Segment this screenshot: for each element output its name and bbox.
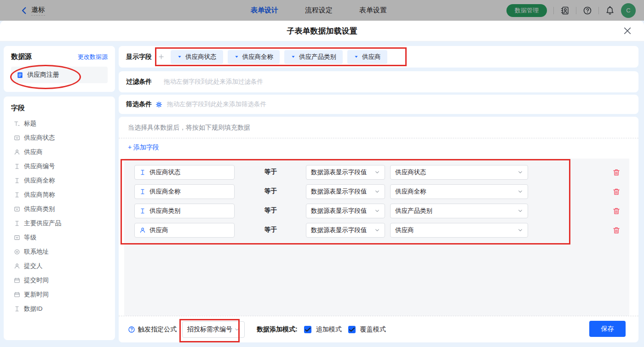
help-icon[interactable] [128,326,135,333]
change-datasource-link[interactable]: 更改数据源 [78,53,108,61]
field-item-supplier-category[interactable]: 供应商类别 [11,202,108,216]
back-button[interactable]: 邀标 [20,6,45,16]
tab-flow-settings[interactable]: 流程设定 [305,6,333,15]
chevron-down-icon [518,170,523,175]
field-item-supplier-fullname[interactable]: 供应商全称 [11,173,108,188]
field-item-update-time[interactable]: 更新时间 [11,287,108,301]
append-mode-checkbox[interactable]: 追加模式 [304,325,342,334]
field-item-data-id[interactable]: 数据ID [11,301,108,316]
rule-field-box[interactable]: 供应商全称 [134,184,235,199]
field-item-grade[interactable]: 等级 [11,230,108,245]
contact-book-icon[interactable] [560,6,569,15]
field-item-submit-time[interactable]: 提交时间 [11,273,108,287]
text-icon [14,192,20,198]
add-field-link[interactable]: + 添加字段 [128,143,159,152]
field-item-main-products[interactable]: 主要供应产品 [11,216,108,230]
formula-select[interactable]: 招投标需求编号 [182,321,245,338]
select-icon [14,206,20,212]
text-icon [14,306,20,312]
fields-title: 字段 [11,104,25,112]
screen-condition-row[interactable]: 筛选条件 拖动左侧字段到此处来添加筛选条件 [119,95,638,114]
chevron-down-icon [518,228,523,233]
person-icon [14,263,20,269]
datasource-item[interactable]: 供应商注册 [11,67,108,83]
text-icon [139,169,146,176]
save-button[interactable]: 保存 [589,321,626,337]
display-tag-supplier[interactable]: 供应商 [347,50,387,64]
rule-value-select[interactable]: 供应产品类别 [390,204,528,218]
data-manage-button[interactable]: 数据管理 [506,4,547,17]
gear-icon[interactable] [155,101,162,108]
display-fields-row: 显示字段 供应商状态 供应商全称 供应产品类别 供应商 [119,46,638,68]
filter-placeholder: 拖动左侧字段到此处来添加过滤条件 [164,78,263,86]
display-tag-product-category[interactable]: 供应产品类别 [284,50,343,64]
divider [598,7,599,14]
rule-row: 供应商全称 等于 数据源表显示字段值 供应商全称 [124,184,629,199]
text-icon [14,220,20,227]
display-tag-supplier-status[interactable]: 供应商状态 [171,50,223,64]
modal-header: 子表单数据加载设置 [0,21,644,41]
bell-icon[interactable] [605,6,615,15]
text-icon [139,208,146,214]
topbar-tabs: 表单设计 流程设定 表单设置 [251,0,387,21]
rule-source-select[interactable]: 数据源表显示字段值 [306,223,385,238]
operator-label: 等于 [264,187,277,195]
overwrite-mode-checkbox[interactable]: 覆盖模式 [348,325,386,334]
trash-icon[interactable] [612,188,621,196]
datasource-name: 供应商注册 [27,71,59,79]
close-icon[interactable] [623,26,632,35]
select-icon [14,234,20,241]
add-display-field-icon[interactable] [158,54,164,60]
field-item-contact-address[interactable]: 联系地址 [11,245,108,259]
chevron-left-icon [20,6,29,15]
chevron-down-icon [518,189,523,194]
help-icon[interactable] [583,6,592,15]
divider [576,7,576,14]
trash-icon[interactable] [612,226,621,234]
trash-icon[interactable] [612,168,621,176]
person-icon [14,149,20,155]
rule-field-box[interactable]: 供应商 [134,223,235,238]
tab-form-settings[interactable]: 表单设置 [359,6,387,15]
calendar-icon [14,277,20,284]
operator-label: 等于 [264,168,277,176]
caret-down-icon [234,54,239,59]
rule-field-box[interactable]: 供应商状态 [134,165,235,180]
rule-source-select[interactable]: 数据源表显示字段值 [306,184,385,199]
screen-placeholder: 拖动左侧字段到此处来添加筛选条件 [167,100,266,108]
trash-icon[interactable] [612,207,621,215]
field-list: 标题 供应商状态 供应商 供应商编号 供应商全称 供应商简称 供应商类别 主要供… [11,116,108,316]
caret-down-icon [354,54,359,59]
checkbox-checked-icon [348,326,356,333]
avatar[interactable]: C [621,3,636,18]
formula-label: 触发指定公式 [138,325,177,334]
divider [553,7,554,14]
calendar-icon [14,291,20,298]
caret-down-icon [177,54,182,59]
rule-value-select[interactable]: 供应商状态 [390,165,528,180]
display-tag-supplier-fullname[interactable]: 供应商全称 [228,50,280,64]
location-icon [14,249,20,255]
field-item-supplier-no[interactable]: 供应商编号 [11,159,108,173]
form-name: 邀标 [31,6,45,16]
rule-source-select[interactable]: 数据源表显示字段值 [306,165,385,180]
rule-row: 供应商类别 等于 数据源表显示字段值 供应产品类别 [124,204,629,218]
chevron-down-icon [374,170,380,175]
field-item-supplier-status[interactable]: 供应商状态 [11,131,108,145]
field-item-supplier[interactable]: 供应商 [11,145,108,159]
rule-value-select[interactable]: 供应商全称 [390,184,528,199]
field-item-submitter[interactable]: 提交人 [11,259,108,273]
topbar-right: 数据管理 C [506,0,636,21]
rule-field-box[interactable]: 供应商类别 [134,204,235,218]
rule-source-select[interactable]: 数据源表显示字段值 [306,204,385,218]
text-icon [14,177,20,184]
rule-value-select[interactable]: 供应商 [390,223,528,238]
field-item-supplier-shortname[interactable]: 供应商简称 [11,188,108,202]
caret-down-icon [291,54,296,59]
rules-rows-panel: 供应商状态 等于 数据源表显示字段值 供应商状态 供应商全称 等于 数据源表显示… [124,159,629,316]
rule-row: 供应商 等于 数据源表显示字段值 供应商 [124,223,629,238]
filter-condition-row[interactable]: 过滤条件 拖动左侧字段到此处来添加过滤条件 [119,71,638,92]
field-item-title[interactable]: 标题 [11,116,108,131]
tab-form-design[interactable]: 表单设计 [251,6,278,15]
screen-label: 筛选条件 [126,100,152,108]
